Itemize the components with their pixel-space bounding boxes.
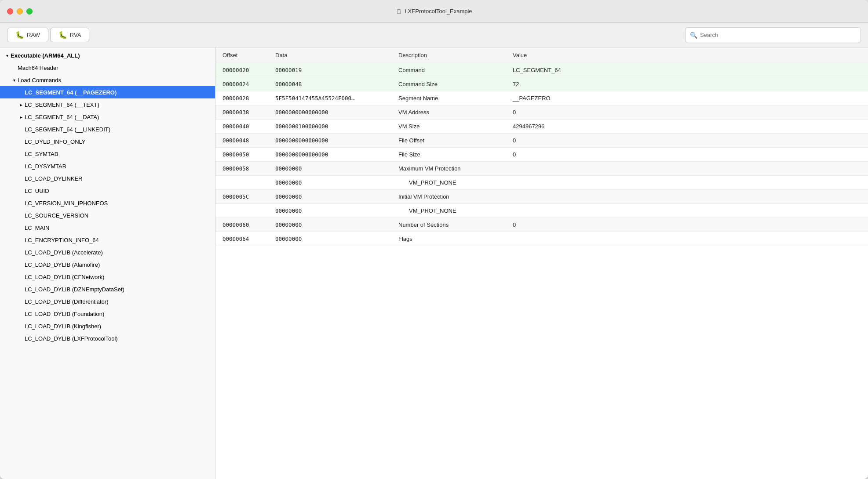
cell-offset: 00000020 xyxy=(215,63,268,77)
cell-data: 0000000000000000 xyxy=(268,105,391,120)
cell-value xyxy=(506,204,868,218)
sidebar-item-mach64-header[interactable]: Mach64 Header xyxy=(0,62,215,74)
traffic-lights xyxy=(7,8,33,15)
sidebar-item-label-lc-load-dylib-lxfprotocoltool: LC_LOAD_DYLIB (LXFProtocolTool) xyxy=(25,335,118,342)
maximize-button[interactable] xyxy=(26,8,33,15)
col-header-description: Description xyxy=(391,47,506,63)
minimize-button[interactable] xyxy=(17,8,23,15)
main-content: Executable (ARM64_ALL)Mach64 HeaderLoad … xyxy=(0,47,868,479)
raw-tab[interactable]: 🐛 RAW xyxy=(7,28,48,42)
cell-description: File Size xyxy=(391,148,506,162)
title-document-icon: 🗒 xyxy=(396,8,402,15)
cell-description: VM_PROT_NONE xyxy=(391,176,506,190)
cell-data: 00000000 xyxy=(268,176,391,190)
titlebar: 🗒 LXFProtocolTool_Example xyxy=(0,0,868,23)
sidebar-item-lc-encryption-info-64[interactable]: LC_ENCRYPTION_INFO_64 xyxy=(0,234,215,246)
cell-value: 4294967296 xyxy=(506,120,868,134)
sidebar-item-label-lc-symtab: LC_SYMTAB xyxy=(25,151,58,157)
sidebar-item-label-lc-encryption-info-64: LC_ENCRYPTION_INFO_64 xyxy=(25,237,99,243)
sidebar[interactable]: Executable (ARM64_ALL)Mach64 HeaderLoad … xyxy=(0,47,215,479)
cell-description: VM Size xyxy=(391,120,506,134)
cell-offset: 00000064 xyxy=(215,232,268,246)
sidebar-item-lc-source-version[interactable]: LC_SOURCE_VERSION xyxy=(0,209,215,221)
raw-icon: 🐛 xyxy=(15,31,24,39)
table-row: 000000400000000100000000VM Size429496729… xyxy=(215,120,868,134)
window-title: 🗒 LXFProtocolTool_Example xyxy=(396,8,472,15)
sidebar-item-lc-version-min-iphoneos[interactable]: LC_VERSION_MIN_IPHONEOS xyxy=(0,197,215,209)
search-input[interactable] xyxy=(700,32,856,38)
sidebar-item-label-load-commands: Load Commands xyxy=(18,77,61,83)
sidebar-item-lc-load-dylib-cfnetwork[interactable]: LC_LOAD_DYLIB (CFNetwork) xyxy=(0,271,215,283)
cell-value xyxy=(506,176,868,190)
sidebar-item-lc-segment-64-data[interactable]: LC_SEGMENT_64 (__DATA) xyxy=(0,111,215,123)
close-button[interactable] xyxy=(7,8,13,15)
cell-offset: 00000028 xyxy=(215,91,268,105)
cell-value: 0 xyxy=(506,148,868,162)
cell-offset xyxy=(215,176,268,190)
sidebar-item-label-lc-segment-64-pagezero: LC_SEGMENT_64 (__PAGEZERO) xyxy=(25,89,117,96)
tree-arrow-load-commands[interactable] xyxy=(11,76,18,83)
sidebar-item-lc-load-dylib-dznemptydataset[interactable]: LC_LOAD_DYLIB (DZNEmptyDataSet) xyxy=(0,283,215,295)
sidebar-item-lc-dysymtab[interactable]: LC_DYSYMTAB xyxy=(0,160,215,172)
table-row: 00000000VM_PROT_NONE xyxy=(215,176,868,190)
sidebar-item-lc-load-dylib-kingfisher[interactable]: LC_LOAD_DYLIB (Kingfisher) xyxy=(0,320,215,332)
raw-label: RAW xyxy=(27,32,40,38)
sidebar-item-executable[interactable]: Executable (ARM64_ALL) xyxy=(0,49,215,62)
sidebar-item-lc-load-dylib-alamofire[interactable]: LC_LOAD_DYLIB (Alamofire) xyxy=(0,258,215,271)
tree-arrow-executable[interactable] xyxy=(4,52,11,59)
cell-value: 0 xyxy=(506,218,868,232)
cell-offset: 00000060 xyxy=(215,218,268,232)
sidebar-item-lc-load-dylib-accelerate[interactable]: LC_LOAD_DYLIB (Accelerate) xyxy=(0,246,215,258)
search-container: 🔍 xyxy=(685,27,861,43)
col-header-value: Value xyxy=(506,47,868,63)
cell-offset: 00000058 xyxy=(215,162,268,176)
detail-panel[interactable]: Offset Data Description Value 0000002000… xyxy=(215,47,868,479)
sidebar-item-label-mach64-header: Mach64 Header xyxy=(18,65,58,71)
cell-data: 00000019 xyxy=(268,63,391,77)
sidebar-item-label-lc-load-dylinker: LC_LOAD_DYLINKER xyxy=(25,175,83,182)
sidebar-item-label-lc-load-dylib-differentiator: LC_LOAD_DYLIB (Differentiator) xyxy=(25,298,109,305)
sidebar-item-label-lc-load-dylib-foundation: LC_LOAD_DYLIB (Foundation) xyxy=(25,311,104,317)
sidebar-item-lc-load-dylib-foundation[interactable]: LC_LOAD_DYLIB (Foundation) xyxy=(0,308,215,320)
cell-data: 0000000000000000 xyxy=(268,134,391,148)
sidebar-item-lc-load-dylib-lxfprotocoltool[interactable]: LC_LOAD_DYLIB (LXFProtocolTool) xyxy=(0,332,215,345)
sidebar-item-lc-dyld-info-only[interactable]: LC_DYLD_INFO_ONLY xyxy=(0,135,215,148)
sidebar-item-label-lc-source-version: LC_SOURCE_VERSION xyxy=(25,212,88,219)
cell-offset: 0000005C xyxy=(215,190,268,204)
detail-table: Offset Data Description Value 0000002000… xyxy=(215,47,868,246)
sidebar-item-lc-segment-64-text[interactable]: LC_SEGMENT_64 (__TEXT) xyxy=(0,98,215,111)
sidebar-item-label-lc-dyld-info-only: LC_DYLD_INFO_ONLY xyxy=(25,138,85,145)
table-row: 00000000VM_PROT_NONE xyxy=(215,204,868,218)
sidebar-item-lc-load-dylinker[interactable]: LC_LOAD_DYLINKER xyxy=(0,172,215,185)
cell-data: 00000000 xyxy=(268,204,391,218)
cell-value xyxy=(506,162,868,176)
sidebar-item-label-lc-version-min-iphoneos: LC_VERSION_MIN_IPHONEOS xyxy=(25,200,108,207)
cell-data: 00000000 xyxy=(268,218,391,232)
cell-value: 0 xyxy=(506,105,868,120)
table-row: 0000006400000000Flags xyxy=(215,232,868,246)
table-row: 0000002000000019CommandLC_SEGMENT_64 xyxy=(215,63,868,77)
sidebar-item-lc-segment-64-pagezero[interactable]: LC_SEGMENT_64 (__PAGEZERO) xyxy=(0,86,215,98)
cell-description: VM_PROT_NONE xyxy=(391,204,506,218)
sidebar-item-lc-uuid[interactable]: LC_UUID xyxy=(0,185,215,197)
col-header-offset: Offset xyxy=(215,47,268,63)
sidebar-item-lc-load-dylib-differentiator[interactable]: LC_LOAD_DYLIB (Differentiator) xyxy=(0,295,215,308)
cell-description: Maximum VM Protection xyxy=(391,162,506,176)
sidebar-item-label-lc-load-dylib-kingfisher: LC_LOAD_DYLIB (Kingfisher) xyxy=(25,323,101,330)
tree-arrow-lc-segment-64-text[interactable] xyxy=(18,101,25,108)
sidebar-item-lc-segment-64-linkedit[interactable]: LC_SEGMENT_64 (__LINKEDIT) xyxy=(0,123,215,135)
rva-tab[interactable]: 🐛 RVA xyxy=(50,28,90,42)
cell-value: __PAGEZERO xyxy=(506,91,868,105)
table-row: 0000002400000048Command Size72 xyxy=(215,77,868,91)
cell-offset: 00000048 xyxy=(215,134,268,148)
sidebar-item-lc-main[interactable]: LC_MAIN xyxy=(0,221,215,234)
cell-data: 0000000000000000 xyxy=(268,148,391,162)
sidebar-item-lc-symtab[interactable]: LC_SYMTAB xyxy=(0,148,215,160)
sidebar-item-load-commands[interactable]: Load Commands xyxy=(0,74,215,86)
sidebar-item-label-lc-load-dylib-cfnetwork: LC_LOAD_DYLIB (CFNetwork) xyxy=(25,274,104,280)
rva-icon: 🐛 xyxy=(58,31,67,39)
sidebar-item-label-lc-uuid: LC_UUID xyxy=(25,188,49,194)
tree-arrow-lc-segment-64-data[interactable] xyxy=(18,113,25,120)
main-window: 🗒 LXFProtocolTool_Example 🐛 RAW 🐛 RVA 🔍 … xyxy=(0,0,868,479)
cell-value xyxy=(506,232,868,246)
